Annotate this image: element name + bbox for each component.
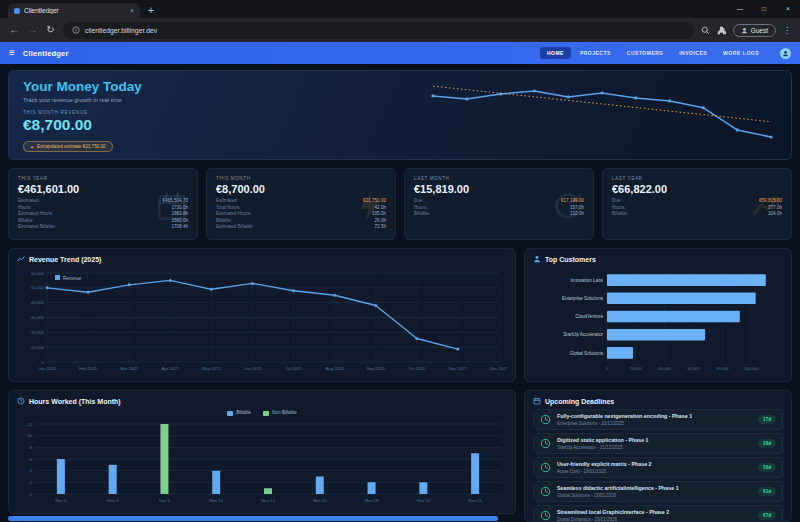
svg-text:Jan 2025: Jan 2025 — [38, 366, 56, 371]
person-icon — [782, 50, 789, 57]
clock-icon — [540, 438, 551, 449]
address-bar[interactable]: clientledger.billinger.dev — [63, 22, 694, 39]
guest-label: Guest — [751, 27, 768, 34]
svg-text:Feb 2025: Feb 2025 — [79, 366, 98, 371]
panel-title: Top Customers — [545, 256, 596, 263]
svg-text:Sep 2025: Sep 2025 — [367, 366, 386, 371]
app-header: ≡ Clientledger HOMEPROJECTSCUSTOMERSINVO… — [0, 42, 800, 64]
deadline-title: Fully-configurable nextgeneration encodi… — [557, 413, 692, 419]
legend-item-billable: Billable — [227, 410, 251, 415]
days-remaining-badge: 17d — [758, 415, 776, 424]
browser-tab[interactable]: Clientledger × — [8, 3, 140, 18]
deadlines-panel: Upcoming Deadlines Fully-configurable ne… — [524, 390, 792, 522]
svg-text:20,000: 20,000 — [630, 366, 643, 371]
svg-text:Nov 4: Nov 4 — [107, 498, 119, 503]
window-maximize-button[interactable]: □ — [752, 0, 776, 16]
days-remaining-badge: 61d — [758, 487, 776, 496]
svg-text:Apr 2025: Apr 2025 — [162, 366, 180, 371]
nav-item-home[interactable]: HOME — [540, 47, 571, 59]
person-icon — [741, 27, 748, 34]
stat-card-last-year: LAST YEAR€66,822.00Due:€59,815.00Hours:3… — [602, 168, 792, 240]
partial-bottom-bar — [8, 516, 498, 521]
svg-text:Jul 2025: Jul 2025 — [285, 366, 302, 371]
svg-text:Nov 18: Nov 18 — [365, 498, 379, 503]
app-title: Clientledger — [23, 49, 69, 58]
estimate-badge-text: Extrapolated estimate €21,750.00 — [37, 144, 106, 149]
svg-text:60,000: 60,000 — [31, 271, 45, 276]
deadline-item[interactable]: Seamless didactic artificialintelligence… — [533, 481, 783, 502]
svg-text:Mar 2025: Mar 2025 — [120, 366, 139, 371]
days-remaining-badge: 56d — [758, 463, 776, 472]
nav-item-work-logs[interactable]: WORK LOGS — [716, 47, 766, 59]
clock-icon — [540, 510, 551, 521]
svg-text:May 2025: May 2025 — [202, 366, 221, 371]
svg-text:Revenue: Revenue — [63, 276, 82, 281]
window-minimize-button[interactable]: — — [728, 0, 752, 16]
top-customers-panel: Top Customers 020,00040,00060,00080,0001… — [524, 248, 792, 382]
hours-worked-panel: Hours Worked (This Month) BillableNon-Bi… — [8, 390, 516, 514]
deadline-list: Fully-configurable nextgeneration encodi… — [533, 409, 783, 522]
svg-text:40,000: 40,000 — [31, 300, 45, 305]
nav-item-projects[interactable]: PROJECTS — [573, 47, 618, 59]
legend-item-non-billable: Non-Billable — [263, 410, 297, 415]
svg-text:4: 4 — [30, 468, 33, 473]
deadline-meta: Acme Corp - 18/01/2026 — [557, 469, 652, 474]
hours-worked-chart: 024681012Nov 3Nov 4Nov 6Nov 10Nov 12Nov … — [17, 419, 507, 505]
reload-button[interactable]: ↻ — [45, 25, 56, 35]
svg-text:Enterprise Solutions: Enterprise Solutions — [562, 296, 604, 301]
svg-text:StartUp Accelerator: StartUp Accelerator — [563, 332, 603, 337]
tab-close-icon[interactable]: × — [130, 7, 134, 14]
user-avatar[interactable] — [780, 48, 791, 59]
extensions-icon[interactable] — [717, 26, 726, 35]
stat-detail-row: Estimated Billable:72.5h — [216, 224, 386, 231]
svg-text:Nov 12: Nov 12 — [261, 498, 275, 503]
svg-text:50,000: 50,000 — [31, 285, 45, 290]
nav-item-invoices[interactable]: INVOICES — [672, 47, 714, 59]
deadline-item[interactable]: User-friendly explicit matrix - Phase 2A… — [533, 457, 783, 478]
stat-card-last-month: LAST MONTH€15,819.00Due:€17,199.00Hours:… — [404, 168, 594, 240]
calendar-icon — [533, 397, 541, 405]
revenue-label: THIS MONTH REVENUE — [23, 110, 142, 115]
forward-button[interactable]: → — [27, 25, 38, 35]
hero-chart — [427, 83, 777, 147]
svg-text:Nov 14: Nov 14 — [313, 498, 327, 503]
svg-text:Nov 21: Nov 21 — [468, 498, 482, 503]
deadline-item[interactable]: Digitized static application - Phase 1St… — [533, 433, 783, 454]
svg-text:Dec 2025: Dec 2025 — [490, 366, 507, 371]
stat-detail-row: Billable:324.0h — [612, 211, 782, 218]
site-info-icon[interactable] — [72, 26, 80, 34]
browser-chrome: Clientledger × + — □ × ← → ↻ clientledge… — [0, 0, 800, 42]
svg-text:Oct 2025: Oct 2025 — [408, 366, 426, 371]
revenue-trend-panel: Revenue Trend (2025) 010,00020,00030,000… — [8, 248, 516, 382]
profile-button[interactable]: Guest — [733, 24, 776, 37]
nav-item-customers[interactable]: CUSTOMERS — [620, 47, 670, 59]
deadline-meta: Enterprise Solutions - 10/12/2025 — [557, 421, 692, 426]
svg-text:0: 0 — [606, 366, 609, 371]
svg-text:10,000: 10,000 — [31, 345, 45, 350]
new-tab-button[interactable]: + — [144, 3, 158, 17]
svg-text:60,000: 60,000 — [687, 366, 700, 371]
hero-title: Your Money Today — [23, 79, 142, 94]
tab-strip: Clientledger × + — □ × — [0, 0, 800, 18]
svg-text:40,000: 40,000 — [659, 366, 672, 371]
hamburger-menu-icon[interactable]: ≡ — [9, 48, 15, 58]
svg-text:8: 8 — [30, 445, 33, 450]
panel-title: Hours Worked (This Month) — [29, 398, 121, 405]
svg-text:Nov 10: Nov 10 — [209, 498, 223, 503]
deadline-item[interactable]: Fully-configurable nextgeneration encodi… — [533, 409, 783, 430]
svg-text:80,000: 80,000 — [716, 366, 729, 371]
tab-title: Clientledger — [24, 7, 59, 14]
app-nav: HOMEPROJECTSCUSTOMERSINVOICESWORK LOGS — [540, 47, 766, 59]
stat-label: LAST MONTH — [414, 176, 584, 181]
window-close-button[interactable]: × — [776, 0, 800, 16]
deadline-item[interactable]: Streamlined local GraphicInterface - Pha… — [533, 505, 783, 522]
clock-icon — [540, 462, 551, 473]
clock-icon — [540, 414, 551, 425]
clock-icon — [540, 486, 551, 497]
menu-kebab-icon[interactable]: ⋮ — [783, 26, 791, 35]
back-button[interactable]: ← — [9, 25, 20, 35]
days-remaining-badge: 67d — [758, 511, 776, 520]
search-icon[interactable] — [701, 26, 710, 35]
svg-text:Nov 2025: Nov 2025 — [449, 366, 468, 371]
url-text: clientledger.billinger.dev — [85, 27, 157, 34]
